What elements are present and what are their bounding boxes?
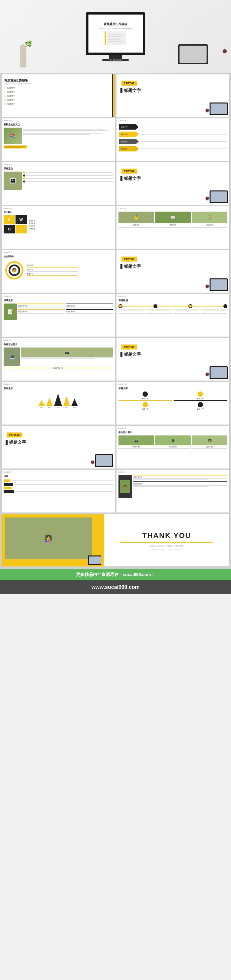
text-line	[23, 130, 108, 131]
slide-04a[interactable]: 04 标题文字 集体活动照片 💻 📸 集体活动照片	[1, 338, 115, 381]
text-line	[23, 133, 102, 134]
content-panel: 标题文字栏目 标题文字栏目	[133, 475, 228, 498]
part04-title: 标题文字	[124, 352, 141, 357]
slide-row-3: 02 标题文字 课程定位 👨‍👩‍👧	[1, 162, 230, 205]
title-accent	[120, 352, 122, 357]
cover-subtitle: 工作总结 / 工作计划 / 教育模板 / 标准报告套用	[4, 83, 112, 84]
title-accent	[120, 176, 122, 181]
accent-line	[27, 267, 78, 267]
timeline-dot-2	[153, 304, 157, 308]
swot-label-4: 目标题模	[29, 228, 113, 229]
watermark: 觉鸟图库	[109, 58, 122, 63]
slide-part04[interactable]: PART.04 标题文字	[116, 338, 230, 381]
slide-01a[interactable]: 01 标题文字 新概念的切入点 📚	[1, 118, 115, 161]
part04-badge: PART.04	[122, 345, 137, 350]
dot-icon	[23, 172, 25, 173]
timeline-dot-3	[188, 304, 192, 308]
accent-line-dark	[174, 400, 227, 401]
footer-banner: www.sucai999.com	[0, 580, 231, 594]
slide-05a[interactable]: 05 标题文字 学生照片展示 📸 标题文字栏目 🎓 标题文字栏目	[116, 426, 230, 469]
text-line	[21, 358, 94, 359]
slide-02c[interactable]: 02 标题文字 👶 选读内容 📖 课时内容 🏃 运动内容	[116, 206, 230, 249]
laptop-icon-3	[210, 278, 228, 291]
slide-row-7: 04 标题文字 集体活动照片 💻 📸 集体活动照片	[1, 338, 230, 381]
cover-items: 1. 标题文字 2. 标题文字 3. 标题文字 4.	[4, 87, 112, 105]
black-side-bar	[112, 75, 113, 117]
footer-green: 更多精品PPT资源尽在—sucai999.com！	[0, 569, 231, 580]
coffee-cup-icon-5	[90, 460, 95, 465]
text-line	[119, 227, 154, 228]
text-line	[148, 310, 170, 311]
list-item: 5. 标题文字	[4, 102, 112, 105]
text-line	[152, 549, 165, 549]
thank-you-subtitle: 工作总结 / 工作计划 / 教育模板 / 标准报告套用	[150, 545, 184, 547]
laptop-icon-2	[210, 191, 228, 203]
slide-label-01b: 01 标题文字	[118, 119, 127, 121]
swot-o: O	[4, 225, 15, 234]
slide-label-04a: 04 标题文字	[3, 339, 12, 341]
slide-row-6: 03 标题文字 成绩展示 📝 标题文字栏目	[1, 294, 230, 337]
yellow-line	[64, 368, 112, 368]
arrow-item-4: 标题文字	[119, 146, 227, 151]
slide-swot[interactable]: 02 标题文字 形式测绘 S W O T 优势分析 劣势分析	[1, 206, 115, 249]
content-item-3: 标题文字	[119, 402, 172, 411]
slide-label-04b: 04 标题文字	[3, 383, 12, 385]
slide-part03[interactable]: PART.03 标题文字	[116, 250, 230, 293]
part01-badge: PART.01	[122, 81, 137, 86]
slide-03c[interactable]: 03 标题文字 课时规划	[116, 294, 230, 337]
slide-cover[interactable]: 黄黑通用汇报模板 工作总结 / 工作计划 / 教育模板 / 标准报告套用 1. …	[1, 74, 115, 117]
thank-you-image: 👩‍🏫	[5, 517, 92, 559]
slide-label-03b: 03 标题文字	[3, 295, 12, 297]
photo-col-2: 🎓 标题文字栏目	[155, 436, 191, 449]
slide-01b[interactable]: 01 标题文字 标题文字 标题文字	[116, 118, 230, 161]
laptop-icon	[210, 102, 228, 115]
slide-thankyou[interactable]: 👩‍🏫 THANK YOU 工作总结 / 工作计划 / 教育模板 / 标准报告套…	[1, 514, 230, 567]
triangle-2	[46, 398, 53, 406]
result-item-1: 标题文字栏目	[18, 304, 65, 308]
slide-part05[interactable]: PART.05 标题文字	[1, 426, 115, 469]
slide-part02[interactable]: PART.02 标题文字	[116, 162, 230, 205]
text-line	[21, 357, 113, 358]
heading-03a: 知识结构	[4, 255, 112, 258]
page-wrapper: 🌿 黄黑通用汇报模板 工作总结 / 工作计划 / 教育模板 / 标准报告套用	[0, 0, 231, 594]
toc-bar-2	[4, 483, 13, 486]
timeline-label-4	[200, 309, 227, 311]
part03-badge: PART.03	[122, 256, 137, 261]
slide-row-5: 03 标题文字 知识结构 🧑 知识结构 能力目标	[1, 250, 230, 293]
text-line	[66, 307, 112, 308]
text-line	[26, 175, 113, 176]
slide-03a[interactable]: 03 标题文字 知识结构 🧑 知识结构 能力目标	[1, 250, 115, 293]
slide-05b[interactable]: 05 标题文字 目录	[1, 470, 115, 513]
text-line	[26, 172, 113, 173]
slide-04b[interactable]: 04 标题文字 图表展示 20% 40%	[1, 382, 115, 425]
slide-02a[interactable]: 02 标题文字 课程定位 👨‍👩‍👧	[1, 162, 115, 205]
image-col-2: 📖 课时内容	[155, 212, 191, 226]
toc-bar-1	[4, 479, 10, 482]
slide-04c[interactable]: 04 标题文字 标题文字 标题文字 标题文字	[116, 382, 230, 425]
slide-05c[interactable]: 05 标题文字 🧑‍🏫 标题文字栏目	[116, 470, 230, 513]
photo-col-1: 📸 标题文字栏目	[119, 436, 154, 449]
text-line	[174, 313, 200, 314]
part02-title: 标题文字	[124, 175, 141, 181]
slide-label-02a: 02 标题文字	[3, 163, 12, 165]
dark-line	[133, 481, 228, 482]
text-line	[133, 485, 228, 486]
timeline-label-2	[146, 309, 173, 311]
coffee-cup-icon-2	[205, 196, 210, 201]
heading-05a: 学生照片展示	[119, 431, 228, 434]
monitor-title: 黄黑通用汇报模板	[104, 22, 127, 27]
swot-label-1: 优势分析	[29, 220, 113, 221]
yellow-highlight-box	[4, 145, 27, 148]
content-block-1: 标题文字栏目	[133, 475, 228, 480]
yellow-side-bar	[113, 75, 115, 117]
coffee-cup-icon	[205, 108, 210, 113]
slide-03b[interactable]: 03 标题文字 成绩展示 📝 标题文字栏目	[1, 294, 115, 337]
monitor: 黄黑通用汇报模板 工作总结 / 工作计划 / 教育模板 / 标准报告套用	[86, 12, 145, 55]
text-placeholder	[141, 134, 227, 135]
photo-col-3: 👩‍🏫 标题文字栏目	[192, 436, 227, 449]
text-line	[174, 410, 227, 411]
slide-part01[interactable]: PART.01 标题文字	[116, 74, 230, 117]
toc-item-1	[4, 479, 113, 482]
part05-badge: PART.05	[6, 433, 22, 438]
result-item-4: 标题文字栏目	[66, 309, 112, 314]
